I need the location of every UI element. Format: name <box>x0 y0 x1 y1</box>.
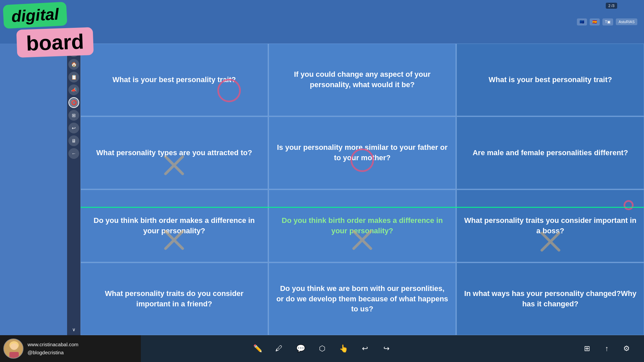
top-bar: 🇪🇺 🇪🇸 T▣ AstuRIAS 2 /3 <box>0 0 644 44</box>
x-mark-4 <box>161 152 187 179</box>
grid-cell-2[interactable]: If you could change any aspect of your p… <box>269 44 456 116</box>
toolbar-settings[interactable]: ⚙ <box>619 341 634 356</box>
grid-cell-12[interactable]: In what ways has your personality change… <box>457 263 644 335</box>
flag-icon: 🇪🇺 <box>577 18 587 25</box>
user-website: www.cristinacabal.com <box>28 341 78 349</box>
grid-cell-5[interactable]: Is your personality more similar to your… <box>269 117 456 189</box>
circle-mark-5 <box>351 148 374 172</box>
grid-cell-1[interactable]: What is your best personality trait? <box>80 44 268 116</box>
grid-cell-9[interactable]: What personality traits you consider imp… <box>457 190 644 262</box>
spain-icon: 🇪🇸 <box>590 18 600 25</box>
cell-text-11: Do you think we are born with our person… <box>276 284 449 314</box>
sidebar-btn-home[interactable]: 🏠 <box>68 59 79 70</box>
toolbar-undo[interactable]: ↩ <box>358 341 372 356</box>
toolbar-pointer[interactable]: 👆 <box>336 341 351 356</box>
gov-icon: T▣ <box>602 18 613 25</box>
x-mark-9 <box>537 228 564 255</box>
circle-mark-9 <box>624 200 634 210</box>
grid-container: What is your best personality trait? If … <box>80 44 644 335</box>
sidebar-btn-grid[interactable]: ⊞ <box>68 110 79 121</box>
toolbar-comment[interactable]: 💬 <box>293 341 308 356</box>
user-text: www.cristinacabal.com @blogdecristina <box>28 341 78 357</box>
toolbar-share[interactable]: ↑ <box>599 341 614 356</box>
grid-cell-8[interactable]: Do you think birth order makes a differe… <box>269 190 456 262</box>
circle-mark-1 <box>217 79 241 102</box>
page-indicator: 2 /3 <box>606 3 617 9</box>
grid-cell-11[interactable]: Do you think we are born with our person… <box>269 263 456 335</box>
user-info: www.cristinacabal.com @blogdecristina <box>0 335 141 362</box>
sidebar: 💬 🏠 📋 📣 ⭕ ⊞ ↩ 🖥 ← <box>67 44 80 335</box>
svg-rect-4 <box>11 358 13 359</box>
logo-board: board <box>16 27 94 58</box>
cell-text-3: What is your best personality trait? <box>489 75 612 85</box>
svg-rect-3 <box>9 352 19 359</box>
cell-text-10: What personality traits do you consider … <box>88 289 261 309</box>
grid-cell-3[interactable]: What is your best personality trait? <box>457 44 644 116</box>
sidebar-btn-screen[interactable]: 🖥 <box>68 135 79 146</box>
region-icon: AstuRIAS <box>616 18 637 25</box>
toolbar-eraser[interactable]: ⬡ <box>315 341 329 356</box>
user-twitter: @blogdecristina <box>28 349 78 357</box>
cell-text-1: What is your best personality trait? <box>112 75 236 85</box>
sidebar-btn-board[interactable]: 📋 <box>68 72 79 82</box>
grid-cell-7[interactable]: Do you think birth order makes a differe… <box>80 190 268 262</box>
toolbar-highlight[interactable]: 🖊 <box>272 341 286 356</box>
grid-cell-4[interactable]: What personality types are you attracted… <box>80 117 268 189</box>
toolbar-pencil[interactable]: ✏️ <box>250 341 265 356</box>
x-mark-8 <box>349 227 376 253</box>
svg-rect-5 <box>15 358 17 359</box>
cell-text-12: In what ways has your personality change… <box>464 289 637 309</box>
grid-cell-6[interactable]: Are male and female personalities differ… <box>457 117 644 189</box>
toolbar-right: ⊞ ↑ ⚙ <box>580 341 634 356</box>
toolbar-grid-view[interactable]: ⊞ <box>580 341 594 356</box>
x-mark-7 <box>161 227 187 253</box>
top-bar-icons: 🇪🇺 🇪🇸 T▣ AstuRIAS 2 /3 <box>577 18 637 25</box>
sidebar-btn-circle[interactable]: ⭕ <box>68 97 79 108</box>
grid-cell-10[interactable]: What personality traits do you consider … <box>80 263 268 335</box>
logo-container: digital board <box>3 3 93 56</box>
cell-text-6: Are male and female personalities differ… <box>473 148 628 158</box>
sidebar-btn-back[interactable]: ↩ <box>68 123 79 133</box>
toolbar-redo[interactable]: ↪ <box>379 341 394 356</box>
screen: 🇪🇺 🇪🇸 T▣ AstuRIAS 2 /3 💬 🏠 📋 📣 ⭕ ⊞ ↩ 🖥 ←… <box>0 0 644 362</box>
avatar <box>3 339 23 359</box>
sidebar-btn-arrow[interactable]: ← <box>68 148 79 159</box>
cell-text-2: If you could change any aspect of your p… <box>276 69 449 90</box>
sidebar-btn-announce[interactable]: 📣 <box>68 84 79 95</box>
green-line <box>80 207 644 208</box>
svg-point-2 <box>10 343 18 350</box>
scroll-down-button[interactable]: ∨ <box>67 325 80 334</box>
logo-digital: digital <box>3 2 67 29</box>
